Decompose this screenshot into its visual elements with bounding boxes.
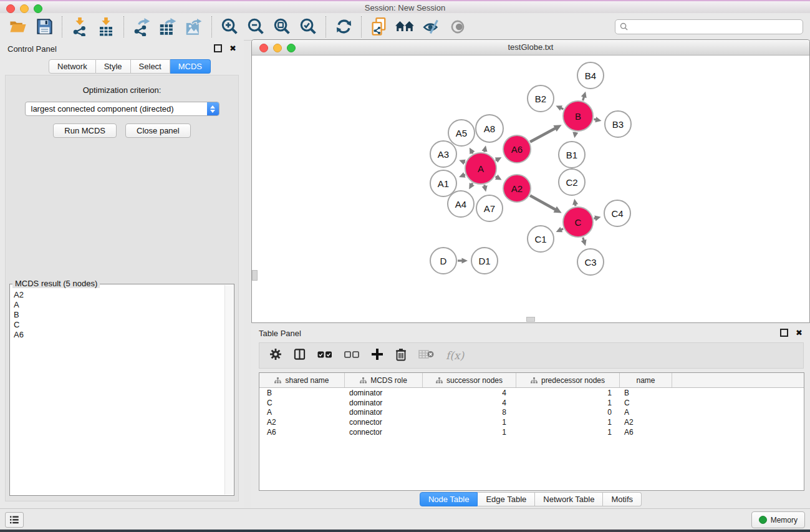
- cell[interactable]: A2: [620, 418, 672, 427]
- edge-A2-C[interactable]: [530, 196, 556, 210]
- result-list-item[interactable]: A6: [11, 330, 225, 340]
- graph-node-C2[interactable]: C2: [558, 168, 586, 196]
- cell[interactable]: C: [259, 399, 345, 407]
- graph-node-C3[interactable]: C3: [577, 248, 604, 276]
- birds-eye-view-icon[interactable]: [445, 15, 471, 39]
- cell[interactable]: 0: [516, 408, 620, 417]
- search-field[interactable]: [615, 19, 803, 34]
- tab-motifs[interactable]: Motifs: [603, 492, 642, 506]
- result-list-item[interactable]: A2: [11, 290, 225, 300]
- cell[interactable]: 4: [423, 389, 516, 397]
- result-list-item[interactable]: A: [11, 300, 225, 310]
- graph-node-B[interactable]: B: [562, 100, 594, 132]
- graph-node-B1[interactable]: B1: [558, 141, 586, 168]
- cell[interactable]: A: [259, 408, 345, 417]
- graph-node-C1[interactable]: C1: [527, 225, 554, 253]
- zoom-fit-icon[interactable]: [269, 15, 295, 39]
- table-row[interactable]: Cdominator41C: [259, 398, 804, 408]
- refresh-icon[interactable]: [330, 15, 357, 39]
- cell[interactable]: A6: [620, 428, 672, 437]
- cell[interactable]: 1: [516, 418, 620, 427]
- close-panel-icon[interactable]: ✖: [229, 45, 236, 52]
- cell[interactable]: A2: [259, 418, 345, 427]
- zoom-in-icon[interactable]: [216, 15, 243, 39]
- column-header-name[interactable]: name: [620, 373, 672, 387]
- cell[interactable]: A: [620, 408, 672, 417]
- zoom-out-icon[interactable]: [243, 15, 269, 39]
- task-history-button[interactable]: [5, 512, 24, 528]
- export-image-icon[interactable]: [181, 15, 207, 39]
- open-file-icon[interactable]: [5, 15, 31, 39]
- graph-node-C4[interactable]: C4: [604, 200, 631, 227]
- column-header-MCDS-role[interactable]: MCDS role: [345, 373, 423, 387]
- save-session-icon[interactable]: [31, 15, 57, 39]
- close-table-panel-icon[interactable]: ✖: [796, 329, 803, 336]
- graph-node-C[interactable]: C: [562, 206, 594, 238]
- edge-A6-B[interactable]: [530, 128, 556, 142]
- add-column-icon[interactable]: [371, 348, 383, 363]
- table-row[interactable]: Bdominator41B: [259, 388, 804, 398]
- import-table-icon[interactable]: [93, 15, 119, 39]
- graph-node-A[interactable]: A: [465, 152, 497, 185]
- graph-node-B2[interactable]: B2: [527, 85, 554, 112]
- column-layout-icon[interactable]: [294, 348, 306, 363]
- cell[interactable]: B: [620, 389, 672, 397]
- float-table-panel-icon[interactable]: [780, 329, 788, 337]
- close-panel-button[interactable]: Close panel: [125, 123, 191, 138]
- network-hscroll-thumb[interactable]: [526, 317, 535, 322]
- delete-table-icon[interactable]: [418, 349, 434, 362]
- cell[interactable]: 1: [516, 399, 620, 407]
- result-list-item[interactable]: C: [11, 320, 225, 330]
- column-header-shared-name[interactable]: shared name: [259, 373, 345, 387]
- cell[interactable]: dominator: [345, 389, 423, 397]
- graph-node-A8[interactable]: A8: [475, 114, 504, 143]
- graph-node-A2[interactable]: A2: [503, 174, 531, 203]
- network-vscroll-thumb[interactable]: [252, 270, 258, 281]
- cell[interactable]: 8: [423, 408, 516, 417]
- tab-select[interactable]: Select: [131, 59, 170, 74]
- graph-node-A5[interactable]: A5: [448, 119, 475, 147]
- export-network-icon[interactable]: [128, 15, 155, 39]
- function-builder-icon[interactable]: f(x): [446, 349, 464, 362]
- graph-node-D1[interactable]: D1: [471, 247, 498, 274]
- cell[interactable]: dominator: [345, 399, 423, 407]
- export-table-icon[interactable]: [155, 15, 181, 39]
- tab-node-table[interactable]: Node Table: [420, 492, 478, 506]
- home-view-icon[interactable]: [392, 15, 418, 39]
- copy-network-icon[interactable]: [366, 15, 392, 39]
- cell[interactable]: 1: [516, 428, 620, 437]
- deselect-all-columns-icon[interactable]: [344, 350, 359, 361]
- graph-node-A7[interactable]: A7: [476, 195, 503, 222]
- tab-style[interactable]: Style: [96, 59, 131, 74]
- cell[interactable]: 4: [423, 399, 516, 407]
- float-panel-icon[interactable]: [214, 44, 222, 52]
- cell[interactable]: dominator: [345, 408, 423, 417]
- tab-network-table[interactable]: Network Table: [535, 492, 603, 506]
- search-input[interactable]: [628, 21, 803, 33]
- table-row[interactable]: Adominator80A: [259, 407, 804, 417]
- cell[interactable]: 1: [423, 428, 516, 437]
- import-network-icon[interactable]: [67, 15, 93, 39]
- table-row[interactable]: A2connector11A2: [259, 417, 804, 427]
- tab-mcds[interactable]: MCDS: [170, 59, 211, 74]
- cell[interactable]: connector: [345, 428, 423, 437]
- memory-button[interactable]: Memory: [751, 511, 805, 528]
- zoom-selected-icon[interactable]: [295, 15, 321, 39]
- graph-node-A3[interactable]: A3: [430, 140, 457, 168]
- tab-network[interactable]: Network: [49, 59, 96, 74]
- graph-node-B3[interactable]: B3: [604, 110, 632, 138]
- cell[interactable]: B: [259, 389, 345, 397]
- select-all-columns-icon[interactable]: [317, 350, 332, 361]
- run-mcds-button[interactable]: Run MCDS: [53, 123, 117, 138]
- graph-node-A4[interactable]: A4: [447, 190, 475, 218]
- graph-node-D[interactable]: D: [430, 247, 457, 274]
- cell[interactable]: 1: [423, 418, 516, 427]
- result-list-item[interactable]: B: [11, 310, 225, 320]
- graph-node-B4[interactable]: B4: [577, 62, 604, 89]
- cell[interactable]: connector: [345, 418, 423, 427]
- result-list-scrollbar[interactable]: [224, 285, 233, 495]
- cell[interactable]: A6: [259, 428, 345, 437]
- column-header-predecessor-nodes[interactable]: predecessor nodes: [516, 373, 620, 387]
- criterion-dropdown[interactable]: largest connected component (directed): [25, 102, 219, 116]
- cell[interactable]: 1: [516, 389, 620, 397]
